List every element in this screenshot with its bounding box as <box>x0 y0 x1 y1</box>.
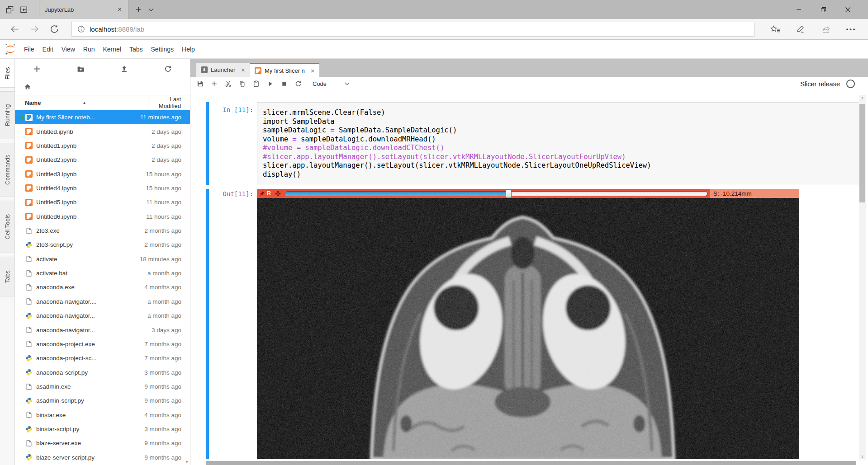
slice-offset-label: S: -10.214mm <box>710 189 799 198</box>
menu-file[interactable]: File <box>20 46 38 53</box>
menu-help[interactable]: Help <box>178 46 199 53</box>
sidebar-tab-cell-tools[interactable]: Cell Tools <box>0 201 14 253</box>
cell-type-dropdown[interactable]: Code <box>313 80 350 87</box>
python-icon <box>25 369 33 376</box>
browser-tab[interactable]: JupyterLab × <box>39 0 128 19</box>
file-icon <box>25 440 33 447</box>
slice-slider[interactable] <box>285 191 707 196</box>
file-name: binstar.exe <box>36 412 144 418</box>
run-button[interactable] <box>263 78 277 90</box>
file-row[interactable]: anaconda-navigator...a month ago <box>15 309 190 323</box>
minimize-button[interactable] <box>787 0 811 19</box>
back-button[interactable] <box>5 19 24 39</box>
web-note-icon[interactable] <box>793 20 808 38</box>
notebook-vertical-scrollbar[interactable]: ∧ ∨ <box>859 95 866 460</box>
notebook-horizontal-scrollbar[interactable] <box>206 461 856 465</box>
sidebar-tab-tabs[interactable]: Tabs <box>0 257 14 296</box>
menu-tabs[interactable]: Tabs <box>125 46 147 53</box>
file-row[interactable]: asadmin.exe9 months ago <box>15 380 190 394</box>
file-row[interactable]: activate.bata month ago <box>15 266 190 280</box>
url-path: :8889/lab <box>116 25 144 33</box>
column-header-modified[interactable]: Last Modified <box>148 96 190 109</box>
file-row[interactable]: binstar.exe4 months ago <box>15 408 190 422</box>
file-row[interactable]: Untitled2.ipynb2 days ago <box>15 153 190 167</box>
paste-button[interactable] <box>249 78 263 90</box>
dock-tab-my-first-slicer-n[interactable]: My first Slicer n× <box>250 63 319 77</box>
address-bar[interactable]: localhost:8889/lab <box>71 22 754 37</box>
file-row[interactable]: anaconda-project.exe7 months ago <box>15 337 190 351</box>
file-row[interactable]: Untitled5.ipynb11 hours ago <box>15 195 190 209</box>
kernel-status-icon[interactable] <box>846 80 855 88</box>
code-line: #slicer.app.layoutManager().setLayout(sl… <box>263 153 854 162</box>
close-tab-icon[interactable]: × <box>311 67 315 75</box>
file-row[interactable]: My first Slicer noteb...11 minutes ago <box>15 110 190 124</box>
new-folder-button[interactable] <box>77 65 85 73</box>
file-row[interactable]: anaconda-navigator....a month ago <box>15 295 190 309</box>
upload-button[interactable] <box>120 65 128 73</box>
home-icon[interactable] <box>24 83 31 90</box>
scroll-down-icon[interactable]: ▼ <box>185 460 189 464</box>
file-row[interactable]: Untitled6.ipynb11 hours ago <box>15 210 190 224</box>
kernel-name[interactable]: Slicer release <box>800 80 840 88</box>
code-line: slicer.app.layoutManager().setLayout(sli… <box>263 161 854 170</box>
file-row[interactable]: blaze-server.exe9 months ago <box>15 436 190 450</box>
file-row[interactable]: Untitled4.ipynb15 hours ago <box>15 181 190 195</box>
page-info-icon[interactable] <box>77 25 85 33</box>
file-row[interactable]: Untitled1.ipynb2 days ago <box>15 139 190 153</box>
close-tab-icon[interactable]: × <box>117 5 123 14</box>
file-row[interactable]: anaconda-navigator...3 days ago <box>15 323 190 337</box>
copy-button[interactable] <box>235 78 249 90</box>
forward-button[interactable] <box>24 19 44 39</box>
file-row[interactable]: Untitled3.ipynb15 hours ago <box>15 167 190 181</box>
refresh-page-button[interactable] <box>44 19 64 39</box>
new-launcher-button[interactable] <box>33 65 41 73</box>
file-row[interactable]: anaconda-project-sc...7 months ago <box>15 351 190 365</box>
more-actions-icon[interactable]: ••• <box>844 20 859 38</box>
file-row[interactable]: Untitled.ipynb2 days ago <box>15 124 190 138</box>
close-window-button[interactable] <box>835 0 860 19</box>
stop-button[interactable] <box>277 78 291 90</box>
refresh-button[interactable] <box>164 65 172 73</box>
cut-button[interactable] <box>221 78 235 90</box>
sort-ascending-icon: ▲ <box>82 101 86 105</box>
file-row[interactable]: anaconda-script.py3 months ago <box>15 365 190 379</box>
dock-tab-launcher[interactable]: Launcher× <box>196 63 250 77</box>
restore-tabs-icon[interactable] <box>19 5 28 14</box>
save-button[interactable] <box>193 78 207 90</box>
share-icon[interactable] <box>818 20 834 38</box>
notebook-icon <box>25 213 33 220</box>
scroll-up-icon[interactable]: ∧ <box>859 96 866 100</box>
code-editor[interactable]: slicer.mrmlScene.Clear(False)import Samp… <box>257 102 859 185</box>
restore-button[interactable] <box>811 0 835 19</box>
file-row[interactable]: asadmin-script.py9 months ago <box>15 394 190 408</box>
menu-view[interactable]: View <box>57 46 79 53</box>
sidebar-tab-commands[interactable]: Commands <box>0 143 14 197</box>
scroll-down-icon[interactable]: ∨ <box>859 454 866 459</box>
close-tab-icon[interactable]: × <box>241 66 245 74</box>
slice-slider-handle[interactable] <box>506 189 512 198</box>
pin-icon[interactable] <box>259 191 265 197</box>
column-header-name[interactable]: Name ▲ <box>15 95 148 110</box>
restart-button[interactable] <box>291 78 305 90</box>
file-row[interactable]: blaze-server-script.py9 months ago <box>15 451 190 465</box>
menu-edit[interactable]: Edit <box>38 46 57 53</box>
new-tab-button[interactable]: + <box>136 4 141 15</box>
tab-preview-icon[interactable] <box>5 5 14 14</box>
sidebar-tab-files[interactable]: Files <box>0 59 14 88</box>
file-row[interactable]: anaconda.exe4 months ago <box>15 280 190 294</box>
notebook-toolbar-icons <box>193 78 305 90</box>
favorites-icon[interactable] <box>768 20 783 38</box>
file-row[interactable]: binstar-script.py3 months ago <box>15 422 190 436</box>
insert-button[interactable] <box>207 78 221 90</box>
menu-kernel[interactable]: Kernel <box>99 46 125 53</box>
file-row[interactable]: 2to3.exe2 months ago <box>15 224 190 238</box>
scroll-up-icon[interactable]: ▲ <box>185 111 189 115</box>
sidebar-tab-running[interactable]: Running <box>0 91 14 139</box>
chevron-down-icon[interactable] <box>148 8 154 11</box>
menu-run[interactable]: Run <box>79 46 99 53</box>
view-controls-icon[interactable] <box>275 191 281 197</box>
file-row[interactable]: 2to3-script.py2 months ago <box>15 238 190 252</box>
scrollbar-thumb[interactable] <box>859 104 865 202</box>
file-row[interactable]: activate18 minutes ago <box>15 252 190 266</box>
menu-settings[interactable]: Settings <box>147 46 178 53</box>
